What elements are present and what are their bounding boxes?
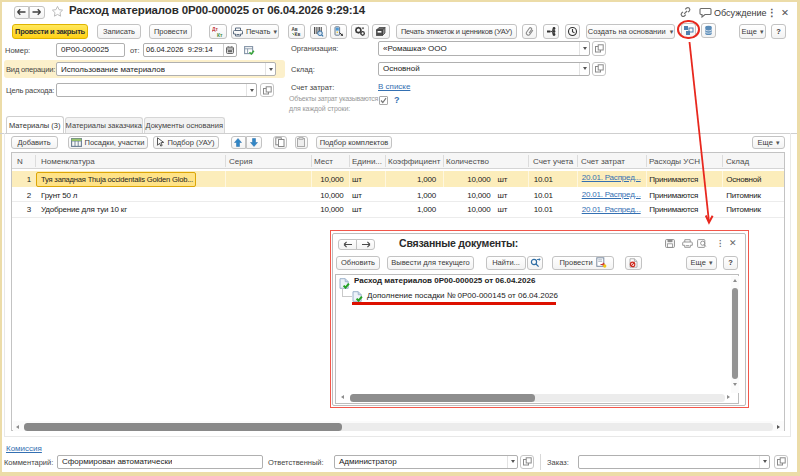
svg-text:Кв: Кв xyxy=(295,32,301,37)
svg-text:Кт: Кт xyxy=(217,32,223,38)
